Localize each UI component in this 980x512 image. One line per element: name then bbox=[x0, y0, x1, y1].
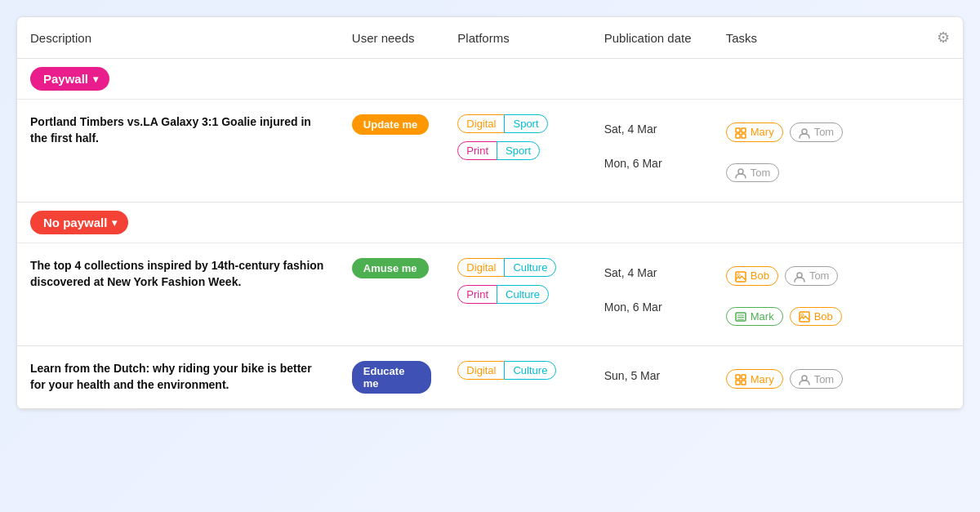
user-need-badge: Amuse me bbox=[352, 258, 429, 278]
task-icon bbox=[799, 126, 810, 139]
user-need-cell: Educate me bbox=[339, 346, 445, 409]
main-table-container: Description User needs Platforms Publica… bbox=[16, 16, 964, 410]
publication-date-cell: Sat, 4 MarMon, 6 Mar bbox=[591, 100, 713, 203]
publication-date-cell: Sun, 5 Mar bbox=[591, 346, 713, 409]
platform-group-0: DigitalCulture bbox=[457, 258, 577, 277]
description-text: Portland Timbers vs.LA Galaxy 3:1 Goalie… bbox=[30, 115, 311, 145]
gear-icon[interactable]: ⚙ bbox=[924, 17, 963, 59]
platform-left-0: Digital bbox=[457, 361, 505, 380]
date-entry-0: Sat, 4 Mar bbox=[604, 258, 700, 287]
user-need-cell: Amuse me bbox=[339, 243, 445, 346]
date-entry-0: Sun, 5 Mar bbox=[604, 361, 700, 390]
task-chip-tom-1[interactable]: Tom bbox=[790, 122, 844, 142]
description-cell: Learn from the Dutch: why riding your bi… bbox=[17, 346, 339, 409]
task-chip-tom-1[interactable]: Tom bbox=[790, 369, 844, 389]
user-need-badge: Educate me bbox=[352, 361, 432, 394]
task-chip-bob-1[interactable]: Bob bbox=[790, 307, 842, 327]
description-cell: Portland Timbers vs.LA Galaxy 3:1 Goalie… bbox=[17, 100, 339, 203]
row-gear-cell bbox=[924, 100, 963, 203]
platform-left-0: Digital bbox=[457, 114, 505, 133]
platform-cell: DigitalSportPrintSport bbox=[444, 100, 590, 203]
tasks-entry-0: MaryTom bbox=[726, 114, 911, 150]
header-user-needs: User needs bbox=[339, 17, 445, 59]
task-chip-tom-1[interactable]: Tom bbox=[785, 266, 839, 286]
task-chip-tom-0[interactable]: Tom bbox=[726, 163, 780, 183]
paywall-badge[interactable]: Paywall ▾ bbox=[30, 67, 109, 91]
group-badge-cell-0: Paywall ▾ bbox=[17, 59, 963, 100]
svg-rect-3 bbox=[742, 134, 746, 138]
group-badge-row-1: No paywall ▾ bbox=[17, 203, 963, 243]
content-row-1-0: The top 4 collections inspired by 14th-c… bbox=[17, 243, 963, 346]
header-description: Description bbox=[17, 17, 339, 59]
task-icon bbox=[735, 372, 746, 385]
svg-point-14 bbox=[801, 314, 804, 316]
group-badge-row-0: Paywall ▾ bbox=[17, 59, 963, 100]
platform-left-1: Print bbox=[457, 285, 497, 304]
platform-right-1: Sport bbox=[497, 141, 540, 160]
task-icon bbox=[735, 167, 746, 180]
date-entry-1: Mon, 6 Mar bbox=[604, 292, 700, 322]
user-need-badge: Update me bbox=[352, 114, 429, 135]
tasks-entry-1: MarkBob bbox=[726, 299, 911, 335]
svg-point-7 bbox=[737, 274, 740, 276]
task-chip-mary-0[interactable]: Mary bbox=[726, 369, 783, 389]
tasks-cell: MaryTom bbox=[713, 346, 924, 409]
table-header-row: Description User needs Platforms Publica… bbox=[17, 17, 963, 59]
content-row-0-0: Portland Timbers vs.LA Galaxy 3:1 Goalie… bbox=[17, 100, 963, 203]
header-publication-date: Publication date bbox=[591, 17, 713, 59]
task-icon bbox=[735, 269, 746, 283]
task-chip-mary-0[interactable]: Mary bbox=[726, 122, 783, 142]
svg-rect-16 bbox=[742, 375, 746, 379]
svg-point-19 bbox=[802, 376, 807, 381]
badge-label: No paywall bbox=[43, 216, 107, 229]
task-icon bbox=[799, 372, 810, 385]
content-row-1-1: Learn from the Dutch: why riding your bi… bbox=[17, 346, 963, 409]
badge-label: Paywall bbox=[43, 72, 88, 86]
task-label: Tom bbox=[809, 269, 830, 282]
svg-rect-18 bbox=[742, 381, 746, 385]
tasks-entry-0: MaryTom bbox=[726, 361, 911, 397]
svg-rect-0 bbox=[736, 128, 740, 132]
svg-rect-1 bbox=[742, 128, 746, 132]
row-gear-cell bbox=[924, 346, 963, 409]
tasks-entry-1: Tom bbox=[726, 155, 911, 191]
header-tasks: Tasks bbox=[713, 17, 924, 59]
row-gear-cell bbox=[924, 243, 963, 346]
description-cell: The top 4 collections inspired by 14th-c… bbox=[17, 243, 339, 346]
badge-arrow-icon: ▾ bbox=[93, 73, 98, 85]
task-icon bbox=[799, 310, 810, 323]
task-icon bbox=[735, 310, 746, 323]
task-label: Bob bbox=[814, 310, 833, 323]
platform-group-0: DigitalCulture bbox=[457, 361, 577, 380]
publication-date-cell: Sat, 4 MarMon, 6 Mar bbox=[591, 243, 713, 346]
badge-arrow-icon: ▾ bbox=[112, 217, 117, 229]
platform-cell: DigitalCulture bbox=[444, 346, 590, 409]
platform-group-1: PrintSport bbox=[457, 141, 577, 160]
task-chip-bob-0[interactable]: Bob bbox=[726, 266, 778, 286]
task-icon bbox=[735, 126, 746, 139]
nopaywall-badge[interactable]: No paywall ▾ bbox=[30, 211, 128, 234]
description-text: The top 4 collections inspired by 14th-c… bbox=[30, 259, 323, 288]
svg-point-8 bbox=[797, 273, 802, 278]
task-label: Tom bbox=[751, 167, 771, 179]
svg-rect-17 bbox=[736, 381, 740, 385]
task-label: Mary bbox=[751, 126, 774, 138]
platform-right-0: Culture bbox=[504, 361, 556, 380]
header-platforms: Platforms bbox=[444, 17, 590, 59]
platform-cell: DigitalCulturePrintCulture bbox=[444, 243, 590, 346]
description-text: Learn from the Dutch: why riding your bi… bbox=[30, 362, 312, 391]
task-chip-mark-0[interactable]: Mark bbox=[726, 307, 783, 327]
group-badge-cell-1: No paywall ▾ bbox=[17, 203, 963, 243]
platform-right-0: Sport bbox=[504, 114, 547, 133]
task-label: Tom bbox=[814, 373, 835, 385]
task-label: Mark bbox=[751, 310, 774, 323]
platform-right-0: Culture bbox=[504, 258, 556, 277]
platform-right-1: Culture bbox=[497, 285, 549, 304]
tasks-cell: MaryTomTom bbox=[713, 100, 924, 203]
task-icon bbox=[794, 269, 805, 283]
user-need-cell: Update me bbox=[339, 100, 445, 203]
svg-rect-2 bbox=[736, 134, 740, 138]
tasks-cell: BobTomMarkBob bbox=[713, 243, 924, 346]
date-entry-0: Sat, 4 Mar bbox=[604, 114, 700, 144]
platform-left-1: Print bbox=[457, 141, 497, 160]
